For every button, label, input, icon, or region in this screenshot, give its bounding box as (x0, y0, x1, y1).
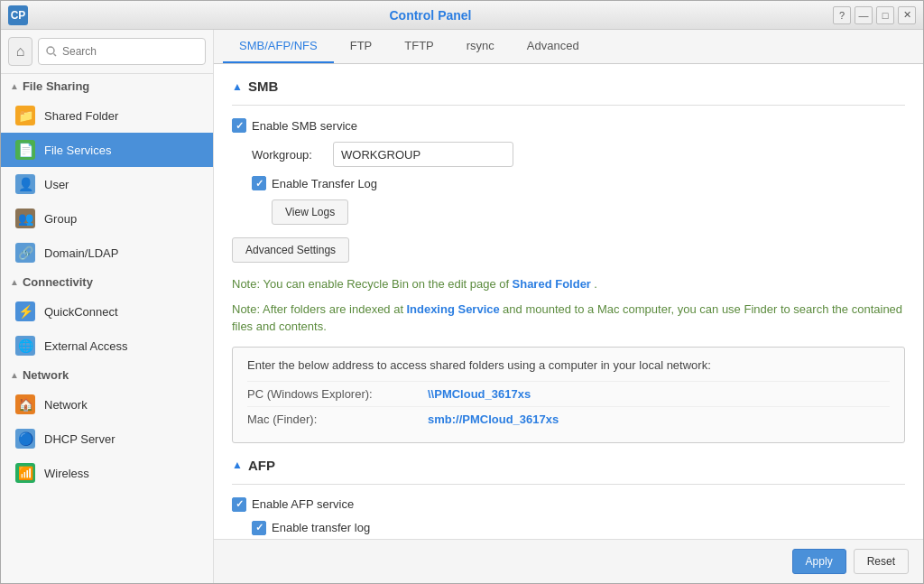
sidebar-label-dhcp-server: DHCP Server (44, 432, 116, 446)
window-title: Control Panel (28, 8, 833, 23)
workgroup-row: Workgroup: (252, 142, 905, 167)
sidebar-label-file-services: File Services (44, 144, 111, 157)
external-access-icon: 🌐 (15, 336, 35, 356)
sidebar-label-group: Group (44, 212, 77, 226)
sidebar-item-dhcp-server[interactable]: 🔵 DHCP Server (1, 422, 213, 456)
enable-transfer-log-label[interactable]: ✓ Enable Transfer Log (252, 176, 377, 190)
shared-folder-icon: 📁 (15, 106, 35, 125)
enable-smb-checkmark: ✓ (236, 120, 244, 132)
search-input[interactable] (38, 38, 206, 65)
wireless-icon: 📶 (15, 463, 35, 483)
sidebar-item-wireless[interactable]: 📶 Wireless (1, 456, 213, 490)
pc-path-link[interactable]: \\PMCloud_3617xs (428, 387, 531, 401)
afp-section-title: AFP (248, 458, 275, 473)
section-label-network: Network (23, 368, 69, 382)
section-label-file-sharing: File Sharing (23, 79, 89, 93)
note1: Note: You can enable Recycle Bin on the … (232, 275, 905, 293)
apply-button[interactable]: Apply (792, 549, 846, 574)
enable-afp-label[interactable]: ✓ Enable AFP service (232, 497, 354, 512)
enable-afp-transfer-log-checkmark: ✓ (255, 522, 263, 533)
view-logs-row: View Logs (272, 199, 905, 225)
sidebar-toolbar: ⌂ (1, 30, 213, 74)
enable-afp-checkbox[interactable]: ✓ (232, 497, 246, 512)
smb-section-title: SMB (248, 79, 278, 94)
maximize-button[interactable]: □ (876, 6, 894, 24)
sidebar-label-quickconnect: QuickConnect (44, 305, 118, 319)
sidebar-item-group[interactable]: 👥 Group (1, 201, 213, 236)
title-bar-left: CP (8, 5, 28, 25)
enable-smb-checkbox[interactable]: ✓ (232, 118, 246, 133)
enable-smb-row: ✓ Enable SMB service (232, 118, 905, 133)
tab-advanced[interactable]: Advanced (511, 30, 596, 63)
enable-afp-transfer-log-row: ✓ Enable transfer log (252, 521, 905, 535)
sidebar-item-external-access[interactable]: 🌐 External Access (1, 329, 213, 363)
close-button[interactable]: ✕ (898, 6, 916, 24)
sidebar: ⌂ ▲ File Sharing 📁 Shared Folder 📄 File … (1, 30, 214, 583)
smb-info-box: Enter the below address to access shared… (232, 347, 905, 443)
enable-afp-row: ✓ Enable AFP service (232, 497, 905, 512)
tab-smb-afp-nfs[interactable]: SMB/AFP/NFS (223, 30, 334, 63)
reset-button[interactable]: Reset (854, 549, 909, 574)
tab-tftp[interactable]: TFTP (388, 30, 450, 63)
sidebar-label-external-access: External Access (44, 339, 128, 353)
info-row-mac: Mac (Finder): smb://PMCloud_3617xs (247, 406, 890, 431)
afp-collapse-arrow[interactable]: ▲ (232, 459, 243, 471)
enable-transfer-log-checkmark: ✓ (255, 178, 263, 190)
sidebar-label-network: Network (44, 398, 88, 412)
home-icon: ⌂ (16, 43, 25, 60)
app-icon: CP (8, 5, 28, 25)
help-button[interactable]: ? (833, 6, 851, 24)
quickconnect-icon: ⚡ (15, 301, 35, 321)
smb-collapse-arrow[interactable]: ▲ (232, 80, 243, 93)
enable-afp-transfer-log-text: Enable transfer log (272, 521, 370, 534)
afp-section-header: ▲ AFP (232, 458, 905, 473)
file-services-icon: 📄 (15, 140, 35, 160)
home-button[interactable]: ⌂ (8, 37, 32, 66)
view-logs-button[interactable]: View Logs (272, 199, 348, 225)
enable-afp-transfer-log-checkbox[interactable]: ✓ (252, 521, 266, 535)
footer: Apply Reset (214, 539, 923, 583)
section-header-network[interactable]: ▲ Network (1, 363, 213, 387)
group-icon: 👥 (15, 209, 35, 228)
main-panel: SMB/AFP/NFS FTP TFTP rsync Advanced ▲ SM… (214, 30, 923, 583)
note2: Note: After folders are indexed at Index… (232, 301, 905, 336)
enable-afp-transfer-log-label[interactable]: ✓ Enable transfer log (252, 521, 370, 535)
sidebar-label-domain-ldap: Domain/LDAP (44, 246, 118, 260)
dhcp-icon: 🔵 (15, 429, 35, 449)
tab-ftp[interactable]: FTP (334, 30, 389, 63)
main-window: CP Control Panel ? — □ ✕ ⌂ ▲ File Sharin… (0, 0, 924, 584)
tab-rsync[interactable]: rsync (450, 30, 511, 63)
enable-afp-text: Enable AFP service (252, 497, 354, 511)
sidebar-item-shared-folder[interactable]: 📁 Shared Folder (1, 98, 213, 133)
content-area: ⌂ ▲ File Sharing 📁 Shared Folder 📄 File … (1, 30, 923, 583)
mac-path-link[interactable]: smb://PMCloud_3617xs (428, 413, 559, 426)
indexing-service-link[interactable]: Indexing Service (406, 302, 499, 316)
sidebar-label-shared-folder: Shared Folder (44, 109, 118, 123)
sidebar-item-quickconnect[interactable]: ⚡ QuickConnect (1, 294, 213, 329)
smb-section-header: ▲ SMB (232, 79, 905, 94)
sidebar-item-file-services[interactable]: 📄 File Services (1, 133, 213, 167)
shared-folder-link[interactable]: Shared Folder (513, 277, 591, 291)
workgroup-input[interactable] (333, 142, 513, 167)
section-header-file-sharing[interactable]: ▲ File Sharing (1, 74, 213, 98)
info-label-pc: PC (Windows Explorer): (247, 387, 428, 401)
sidebar-item-network[interactable]: 🏠 Network (1, 387, 213, 422)
enable-transfer-log-checkbox[interactable]: ✓ (252, 176, 266, 190)
section-header-connectivity[interactable]: ▲ Connectivity (1, 270, 213, 294)
window-controls: ? — □ ✕ (833, 6, 916, 24)
sidebar-label-user: User (44, 178, 69, 191)
sidebar-item-domain-ldap[interactable]: 🔗 Domain/LDAP (1, 236, 213, 270)
main-content: ▲ SMB ✓ Enable SMB service Workgroup: (214, 64, 923, 539)
minimize-button[interactable]: — (855, 6, 873, 24)
enable-afp-checkmark: ✓ (236, 498, 244, 510)
tab-bar: SMB/AFP/NFS FTP TFTP rsync Advanced (214, 30, 923, 64)
sidebar-item-user[interactable]: 👤 User (1, 167, 213, 201)
app-icon-text: CP (11, 9, 26, 22)
info-row-pc: PC (Windows Explorer): \\PMCloud_3617xs (247, 381, 890, 406)
info-label-mac: Mac (Finder): (247, 413, 428, 426)
enable-smb-label[interactable]: ✓ Enable SMB service (232, 118, 357, 133)
advanced-settings-row: Advanced Settings (232, 237, 905, 263)
section-arrow-network: ▲ (10, 370, 19, 380)
advanced-settings-button[interactable]: Advanced Settings (232, 237, 349, 263)
enable-smb-text: Enable SMB service (252, 119, 357, 133)
